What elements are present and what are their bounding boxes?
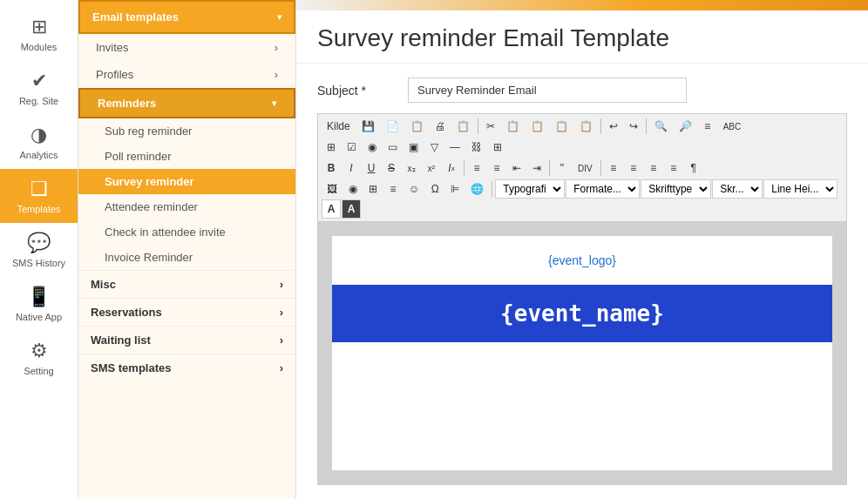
sidebar-item-native-app[interactable]: 📱 Native App [0,277,78,331]
toolbar-source-btn[interactable]: Kilde [322,117,356,136]
toolbar-sep-1 [478,118,478,134]
toolbar-align-center-btn[interactable]: ≡ [624,158,643,178]
toolbar-link-btn[interactable]: ⛓ [466,138,487,157]
toolbar-paste-word-btn[interactable]: 📋 [574,117,598,136]
nav-subitem-sub-reg-reminder[interactable]: Sub reg reminder [78,118,295,144]
toolbar-redo-btn[interactable]: ↪ [624,117,643,136]
toolbar-form-btn[interactable]: ⊞ [488,138,507,157]
toolbar-paste-btn[interactable]: 📋 [526,117,549,136]
toolbar-find-btn[interactable]: 🔍 [649,117,673,136]
toolbar-lineheight-select[interactable]: Line Hei... [763,179,837,199]
toolbar-special-char-btn[interactable]: Ω [425,179,444,199]
nav-category-misc-arrow: › [280,278,283,291]
toolbar-underline-btn[interactable]: U [362,158,381,178]
toolbar-select-all-btn[interactable]: ≡ [698,117,717,136]
toolbar-textarea-btn[interactable]: ▣ [403,138,424,157]
toolbar-font-select[interactable]: Skrifttype [641,179,711,199]
sidebar-item-sms-history[interactable]: 💬 SMS History [0,223,78,277]
nav-subitem-poll-reminder[interactable]: Poll reminder [78,144,295,169]
nav-subsection-reminders-label: Reminders [98,97,156,110]
toolbar-italic-btn[interactable]: I [342,158,361,178]
toolbar-color-btn[interactable]: ◉ [343,179,363,199]
toolbar-print-btn[interactable]: 🖨 [430,117,451,136]
editor-toolbar: Kilde 💾 📄 📋 🖨 📋 ✂ 📋 📋 📋 📋 ↩ ↪ [318,114,846,222]
toolbar-style-select[interactable]: Formate... [566,179,640,199]
toolbar-image-btn[interactable]: 🖼 [322,179,342,199]
toolbar-superscript-btn[interactable]: x² [422,158,441,178]
toolbar-paste-text-btn[interactable]: 📋 [550,117,573,136]
toolbar-preview-btn[interactable]: 📋 [405,117,429,136]
toolbar-creatediv-btn[interactable]: DIV [573,158,598,178]
toolbar-hr-btn[interactable]: — [444,138,465,157]
toolbar-bg-color-btn[interactable]: A [342,199,361,219]
toolbar-table-btn[interactable]: ⊞ [322,138,341,157]
nav-category-waiting-list-label: Waiting list [91,334,151,347]
toolbar-blockquote-btn[interactable]: " [553,158,572,178]
toolbar-textfield-btn[interactable]: ▭ [383,138,403,157]
toolbar-copy-btn[interactable]: 📋 [501,117,525,136]
toolbar-cut-btn[interactable]: ✂ [481,117,500,136]
subject-row: Subject * [317,78,847,103]
nav-subitem-invoice-reminder-label: Invoice Reminder [105,251,193,264]
toolbar-select-btn[interactable]: ▽ [424,138,444,157]
nav-subitem-invoice-reminder[interactable]: Invoice Reminder [78,245,295,270]
sidebar-item-modules[interactable]: ⊞ Modules [0,7,78,61]
toolbar-new-btn[interactable]: 📄 [381,117,404,136]
nav-item-invites-label: Invites [96,41,129,54]
nav-item-profiles[interactable]: Profiles › [78,61,295,88]
sidebar-item-analytics[interactable]: ◑ Analytics [0,115,78,169]
nav-subitem-survey-reminder[interactable]: Survey reminder [78,169,295,194]
toolbar-justify-btn[interactable]: ≡ [383,179,403,199]
toolbar-outdent-btn[interactable]: ⇤ [507,158,526,178]
sidebar-item-templates[interactable]: ❑ Templates [0,169,78,223]
nav-category-misc[interactable]: Misc › [78,270,295,298]
toolbar-table2-btn[interactable]: ⊞ [363,179,383,199]
toolbar-unorderedlist-btn[interactable]: ≡ [487,158,506,178]
nav-item-invites[interactable]: Invites › [78,34,295,61]
sidebar-item-setting[interactable]: ⚙ Setting [0,331,78,385]
nav-category-waiting-list[interactable]: Waiting list › [78,326,295,354]
toolbar-spell-btn[interactable]: 📋 [451,117,475,136]
toolbar-bidiltr-btn[interactable]: ¶ [684,158,703,178]
toolbar-indent-btn[interactable]: ⇥ [527,158,546,178]
toolbar-web-btn[interactable]: 🌐 [465,179,489,199]
nav-category-sms-templates[interactable]: SMS templates › [78,354,295,381]
subject-input[interactable] [408,78,687,103]
nav-subitem-check-in-attendee-invite[interactable]: Check in attendee invite [78,219,295,245]
toolbar-templates-btn[interactable]: ⊫ [445,179,465,199]
nav-subsection-reminders[interactable]: Reminders ▾ [78,88,295,118]
toolbar-align-right-btn[interactable]: ≡ [644,158,663,178]
toolbar-spellcheck-btn[interactable]: ABC [718,117,747,136]
toolbar-sep-5 [549,160,550,176]
nav-category-sms-templates-label: SMS templates [91,361,171,374]
toolbar-save-btn[interactable]: 💾 [356,117,380,136]
toolbar-font-color-btn[interactable]: A [322,199,341,219]
email-logo-link[interactable]: {event_logo} [548,253,616,267]
nav-category-misc-label: Misc [91,278,116,291]
toolbar-replace-btn[interactable]: 🔎 [674,117,697,136]
toolbar-removeformat-btn[interactable]: Ix [442,158,461,178]
toolbar-bold-btn[interactable]: B [322,158,341,178]
toolbar-size-select[interactable]: Skr... [712,179,763,199]
toolbar-row-2: ⊞ ☑ ◉ ▭ ▣ ▽ — ⛓ ⊞ [322,138,843,157]
nav-category-reservations[interactable]: Reservations › [78,298,295,326]
toolbar-emoji-btn[interactable]: ☺ [403,179,424,199]
toolbar-strikethrough-btn[interactable]: S [382,158,401,178]
email-templates-arrow: ▾ [277,12,281,22]
nav-subsection-reminders-arrow: ▾ [272,98,276,108]
email-templates-header[interactable]: Email templates ▾ [78,0,295,34]
toolbar-subscript-btn[interactable]: x₂ [402,158,421,178]
toolbar-format-select[interactable]: Typografi [495,179,565,199]
nav-subitem-attendee-reminder[interactable]: Attendee reminder [78,194,295,219]
nav-category-waiting-list-arrow: › [280,334,283,347]
toolbar-radio-btn[interactable]: ◉ [363,138,382,157]
setting-icon: ⚙ [31,340,48,362]
toolbar-undo-btn[interactable]: ↩ [604,117,623,136]
nav-item-invites-arrow: › [275,41,278,54]
sidebar-item-reg-site[interactable]: ✔ Reg. Site [0,61,78,115]
editor-container: Kilde 💾 📄 📋 🖨 📋 ✂ 📋 📋 📋 📋 ↩ ↪ [317,113,847,485]
toolbar-align-left-btn[interactable]: ≡ [604,158,623,178]
toolbar-align-justify-btn[interactable]: ≡ [664,158,683,178]
toolbar-orderedlist-btn[interactable]: ≡ [467,158,486,178]
toolbar-checkbox-btn[interactable]: ☑ [342,138,362,157]
